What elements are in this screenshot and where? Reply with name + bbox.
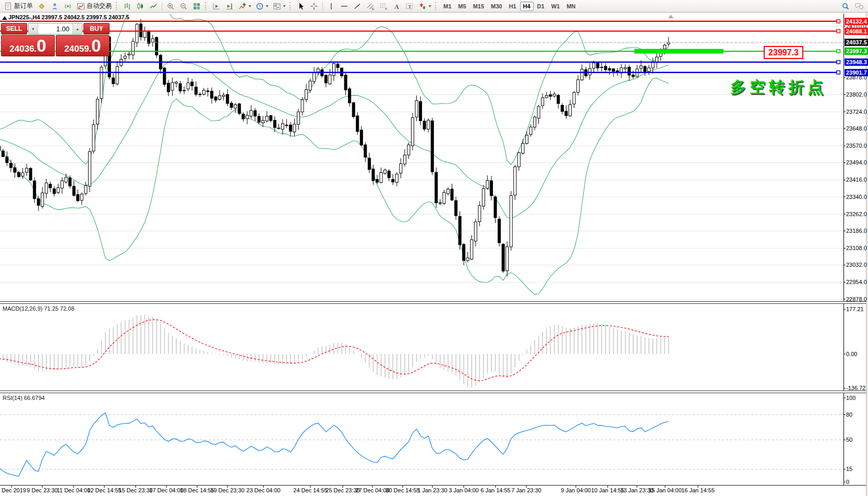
timeframe-m30[interactable]: M30 — [488, 2, 505, 11]
timeframe-m5[interactable]: M5 — [455, 2, 469, 11]
signals-button[interactable] — [62, 1, 74, 12]
time-tick-label: 6 Dec 2019 — [0, 487, 26, 493]
timeframe-d1[interactable]: D1 — [534, 2, 548, 11]
time-tick-label: 16 Jan 14:55 — [681, 487, 715, 493]
price-axis-line — [843, 14, 844, 485]
templates-icon — [273, 2, 281, 10]
bar-chart-button[interactable] — [121, 1, 134, 12]
toolbar-grip[interactable] — [205, 2, 208, 10]
chart-shift-marker-icon[interactable] — [668, 15, 673, 18]
rsi-tick-label: 50 — [846, 436, 852, 443]
trendline-button[interactable] — [351, 1, 364, 12]
signals-icon — [64, 2, 72, 10]
price-badge: 23948.3 — [845, 58, 868, 66]
volume-spinner: ▼ 1.00 ▲ — [28, 23, 82, 34]
time-tick-label: 27 Dec 04:00 — [355, 487, 389, 493]
new-order-label: 新订单 — [14, 2, 33, 10]
price-tick-label: 23802.0 — [846, 91, 867, 98]
cursor-button[interactable] — [295, 1, 307, 12]
search-button[interactable] — [839, 1, 852, 12]
buy-price-button[interactable]: 24059.0 — [56, 35, 110, 56]
auto-scroll-icon — [212, 2, 221, 10]
market-watch-button[interactable] — [35, 1, 48, 12]
time-tick-label: 3 Jan 04:00 — [449, 487, 479, 493]
zoom-out-button[interactable] — [177, 1, 190, 12]
volume-increase-button[interactable]: ▲ — [73, 23, 82, 34]
data-window-button[interactable] — [49, 1, 61, 12]
chart-shift-icon — [225, 2, 234, 10]
text-button[interactable]: A — [390, 1, 403, 12]
price-tick-label: 23262.0 — [846, 211, 867, 218]
symbol-marker-icon — [2, 16, 7, 20]
price-tick-label: 22954.0 — [846, 279, 867, 286]
bar-chart-icon — [123, 2, 131, 10]
buy-button[interactable]: BUY — [83, 23, 110, 34]
panel-divider-macd[interactable] — [0, 301, 866, 304]
text-icon: A — [392, 2, 401, 10]
new-order-button[interactable]: 新订单 — [2, 1, 35, 12]
autotrading-button[interactable]: 自动交易 — [75, 1, 114, 12]
line-chart-button[interactable] — [147, 1, 160, 12]
new-order-icon — [4, 2, 13, 10]
timeframe-mn[interactable]: MN — [563, 2, 578, 11]
arrows-button[interactable] — [416, 1, 433, 12]
volume-decrease-button[interactable]: ▼ — [29, 23, 38, 34]
vertical-line-button[interactable] — [325, 1, 337, 12]
cursor-icon — [297, 2, 305, 10]
timeframe-m1[interactable]: M1 — [440, 2, 454, 11]
svg-text:E: E — [372, 7, 374, 10]
price-tick-label: 23648.0 — [846, 125, 867, 132]
sell-button[interactable]: SELL — [1, 23, 27, 34]
text-label-button[interactable]: T — [403, 1, 416, 12]
zoom-out-icon — [179, 2, 188, 10]
sell-price-button[interactable]: 24036.0 — [1, 35, 55, 56]
time-tick-label: 10 Jan 14:55 — [591, 487, 624, 493]
autotrading-icon — [77, 2, 85, 10]
timeframe-w1[interactable]: W1 — [548, 2, 563, 11]
indicators-button[interactable] — [236, 1, 253, 12]
macd-label: MACD(12,26,9) 71.25 72.08 — [3, 305, 75, 312]
time-tick-label: 11 Dec 04:00 — [57, 487, 91, 493]
window-right-edge — [866, 13, 868, 496]
price-tick-label: 23494.0 — [846, 159, 867, 166]
time-tick-label: 9 Jan 04:00 — [561, 487, 591, 493]
candlestick-chart-button[interactable] — [134, 1, 147, 12]
svg-text:A: A — [394, 3, 399, 10]
tile-windows-button[interactable] — [190, 1, 203, 12]
price-tick-label: 23186.0 — [846, 228, 867, 234]
volume-input[interactable]: 1.00 — [38, 23, 73, 34]
price-tick-label: 22878.0 — [846, 296, 867, 303]
chart-shift-button[interactable] — [223, 1, 236, 12]
arrows-icon — [418, 2, 427, 10]
search-icon — [841, 2, 850, 10]
timeframe-h1[interactable]: H1 — [505, 2, 519, 11]
sell-price-pip: 0 — [37, 36, 46, 56]
annotation-text[interactable]: 多空转折点 — [730, 77, 827, 98]
auto-scroll-button[interactable] — [210, 1, 223, 12]
templates-button[interactable] — [271, 1, 287, 12]
panel-divider-rsi[interactable] — [0, 391, 866, 393]
time-tick-label: 24 Dec 14:55 — [293, 487, 327, 493]
toolbar-grip[interactable] — [435, 2, 438, 10]
price-callout-label[interactable]: 23997.3 — [764, 46, 803, 59]
timeframe-h4[interactable]: H4 — [520, 2, 534, 11]
price-badge: 24132.4 — [845, 18, 868, 25]
toolbar-grip[interactable] — [290, 2, 293, 10]
crosshair-button[interactable] — [308, 1, 320, 12]
terminal-window: 新订单 自动交易 E F A T M1 — [0, 0, 868, 496]
sell-price-main: 24036. — [9, 39, 37, 59]
horizontal-line-button[interactable] — [338, 1, 351, 12]
fibonacci-button[interactable]: F — [377, 1, 390, 12]
toolbar-grip[interactable] — [116, 2, 119, 10]
svg-text:T: T — [408, 4, 412, 9]
zoom-in-button[interactable] — [164, 1, 177, 12]
price-tick-label: 23724.0 — [846, 109, 867, 115]
buy-price-main: 24059. — [64, 39, 91, 59]
time-tick-label: 18 Dec 14:55 — [180, 487, 214, 493]
timeframe-m15[interactable]: M15 — [470, 2, 487, 11]
periods-button[interactable] — [254, 1, 270, 12]
price-tick-label: 23340.0 — [846, 194, 867, 200]
equidistant-channel-button[interactable]: E — [364, 1, 377, 12]
time-tick-label: 23 Dec 04:00 — [246, 487, 280, 493]
chat-button[interactable] — [852, 1, 866, 12]
